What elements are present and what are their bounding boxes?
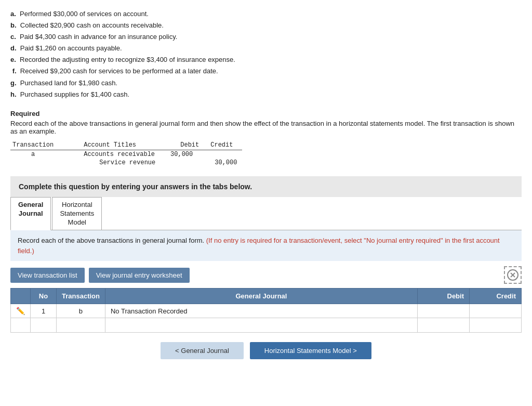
- row1-no: 1: [31, 304, 57, 318]
- example-col-debit: Debit: [165, 140, 208, 150]
- row2-credit[interactable]: [470, 318, 522, 333]
- problem-item-f: f. Received $9,200 cash for services to …: [10, 66, 522, 77]
- problem-item-c: c. Paid $4,300 cash in advance for an in…: [10, 31, 522, 43]
- problem-item-g: g. Purchased land for $1,980 cash.: [10, 77, 522, 89]
- next-button[interactable]: Horizontal Statements Model >: [250, 342, 371, 359]
- table-row: [11, 318, 522, 333]
- example-row-2: Service revenue 30,000: [10, 159, 242, 167]
- edit-pencil-icon[interactable]: ✏️: [16, 307, 25, 315]
- tabs-row[interactable]: GeneralJournal HorizontalStatementsModel: [10, 197, 522, 231]
- record-note: Record each of the above transactions in…: [10, 230, 522, 261]
- row2-debit[interactable]: [418, 318, 470, 333]
- required-section: Required Record each of the above transa…: [10, 110, 522, 167]
- record-note-main: Record each of the above transactions in…: [18, 237, 204, 244]
- action-row: View transaction list View journal entry…: [10, 261, 522, 288]
- col-debit: Debit: [418, 289, 470, 304]
- example-cell-account-1: Accounts receivable: [63, 150, 165, 159]
- complete-banner: Complete this question by entering your …: [10, 176, 522, 197]
- row1-transaction: b: [57, 304, 105, 318]
- tab-horizontal-statements[interactable]: HorizontalStatementsModel: [52, 197, 102, 230]
- example-table: Transaction Account Titles Debit Credit …: [10, 140, 242, 167]
- example-cell-trans-1: a: [10, 150, 63, 159]
- row1-edit[interactable]: ✏️: [11, 304, 31, 318]
- required-title: Required: [10, 110, 522, 117]
- example-cell-account-2: Service revenue: [63, 159, 165, 167]
- bottom-nav: < General Journal Horizontal Statements …: [10, 342, 522, 359]
- view-journal-entry-worksheet-button[interactable]: View journal entry worksheet: [89, 268, 190, 283]
- example-cell-trans-2: [10, 159, 63, 167]
- example-col-credit: Credit: [208, 140, 242, 150]
- journal-table: No Transaction General Journal Debit Cre…: [10, 288, 522, 333]
- row2-no: [31, 318, 57, 333]
- row2-transaction: [57, 318, 105, 333]
- col-no: No: [31, 289, 57, 304]
- col-transaction: Transaction: [57, 289, 105, 304]
- required-description: Record each of the above transactions in…: [10, 120, 522, 135]
- row2-edit: [11, 318, 31, 333]
- tab-general-journal[interactable]: GeneralJournal: [10, 197, 51, 231]
- problem-item-a: a. Performed $30,000 of services on acco…: [10, 8, 522, 20]
- example-cell-debit-2: [165, 159, 208, 167]
- problem-item-e: e. Recorded the adjusting entry to recog…: [10, 54, 522, 66]
- example-row-1: a Accounts receivable 30,000: [10, 150, 242, 159]
- col-edit: [11, 289, 31, 304]
- col-credit: Credit: [470, 289, 522, 304]
- x-circle-icon: [507, 269, 518, 281]
- row1-credit[interactable]: [470, 304, 522, 318]
- problem-item-h: h. Purchased supplies for $1,400 cash.: [10, 89, 522, 100]
- example-cell-credit-2: 30,000: [208, 159, 242, 167]
- row1-general-journal[interactable]: No Transaction Recorded: [105, 304, 417, 318]
- table-row: ✏️ 1 b No Transaction Recorded: [11, 304, 522, 318]
- row1-debit[interactable]: [418, 304, 470, 318]
- view-transaction-list-button[interactable]: View transaction list: [10, 268, 85, 283]
- prev-button[interactable]: < General Journal: [161, 342, 244, 359]
- example-col-account: Account Titles: [63, 140, 165, 150]
- help-icon[interactable]: [504, 266, 522, 284]
- example-col-transaction: Transaction: [10, 140, 63, 150]
- problem-item-b: b. Collected $20,900 cash on accounts re…: [10, 20, 522, 31]
- example-cell-debit-1: 30,000: [165, 150, 208, 159]
- problem-list: a. Performed $30,000 of services on acco…: [10, 8, 522, 100]
- example-cell-credit-1: [208, 150, 242, 159]
- problem-item-d: d. Paid $1,260 on accounts payable.: [10, 43, 522, 54]
- row2-general-journal[interactable]: [105, 318, 417, 333]
- col-general-journal: General Journal: [105, 289, 417, 304]
